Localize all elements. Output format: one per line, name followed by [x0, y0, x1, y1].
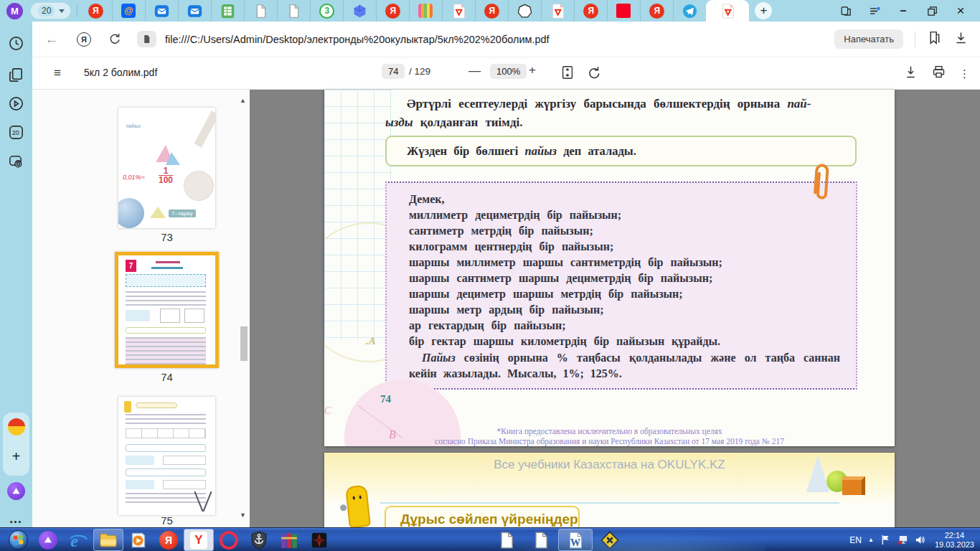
pdf-filename: 5кл 2 болим.pdf	[84, 67, 157, 78]
taskbar-clock[interactable]: 22:14 19.03.2023	[932, 531, 974, 550]
page-number-input[interactable]: 74	[382, 64, 405, 79]
language-indicator[interactable]: EN	[849, 535, 862, 545]
cuboid-decor	[842, 476, 865, 495]
stripes-icon	[418, 4, 433, 19]
alice-icon[interactable]	[7, 482, 25, 500]
documents-icon[interactable]	[7, 66, 25, 84]
browser-tab[interactable]: 3	[310, 0, 343, 22]
close-button[interactable]: ×	[954, 4, 967, 17]
yandex-icon: Я	[484, 4, 499, 19]
taskbar-compassgame-icon[interactable]	[304, 529, 334, 551]
browser-tab[interactable]: Я	[376, 0, 409, 22]
taskbar-hazard-icon[interactable]	[593, 529, 627, 551]
zoom-level[interactable]: 100%	[490, 64, 527, 79]
envelope-icon	[187, 4, 202, 19]
browser-tab[interactable]	[541, 0, 574, 22]
taskbar-warships-icon[interactable]	[244, 529, 274, 551]
tabs-panel-icon[interactable]: 20	[7, 123, 25, 141]
pdf-menu-icon[interactable]: ≡	[54, 66, 61, 80]
new-tab-button[interactable]: +	[755, 2, 772, 19]
collections-icon[interactable]	[927, 30, 942, 48]
screenshot-icon[interactable]	[7, 153, 25, 171]
restore-button[interactable]	[925, 4, 938, 17]
pdf-download-icon[interactable]	[903, 65, 918, 83]
browser-tab[interactable]: Я	[574, 0, 607, 22]
taskbar-alice-icon[interactable]	[33, 529, 63, 551]
pdf-more-icon[interactable]: ⋮	[959, 67, 970, 80]
volume-icon[interactable]	[915, 534, 925, 545]
video-icon[interactable]	[7, 95, 25, 113]
tab-counter[interactable]: 20	[30, 2, 71, 19]
zoom-in-button[interactable]: +	[529, 63, 536, 77]
minimize-button[interactable]: –	[897, 4, 910, 17]
svg-text:20: 20	[12, 129, 19, 136]
taskbar-winrar-icon[interactable]	[274, 529, 304, 551]
browser-tab[interactable]	[673, 0, 706, 22]
network-error-icon[interactable]	[897, 534, 908, 545]
browser-tab[interactable]	[343, 0, 376, 22]
browser-tab[interactable]: @	[112, 0, 145, 22]
browser-tab[interactable]	[607, 0, 640, 22]
back-button[interactable]: ←	[42, 30, 61, 49]
taskbar-word-icon[interactable]: W	[558, 529, 593, 551]
pdf-icon	[451, 4, 466, 19]
protractor-decor	[184, 171, 214, 201]
taskbar-start-icon[interactable]	[3, 529, 33, 551]
yandex-home-icon[interactable]: Я	[77, 32, 91, 47]
divider	[915, 32, 915, 47]
mini-pinkbox	[126, 337, 206, 366]
history-icon[interactable]	[7, 34, 25, 52]
mini-heading	[136, 402, 177, 408]
scroll-up-arrow[interactable]: ▲	[240, 97, 246, 104]
thumbnail-page-73[interactable]: пайыз 0,01%≈ 1 100 % 7–тарау	[118, 108, 215, 228]
browser-tab[interactable]: Я	[79, 0, 112, 22]
browser-tab[interactable]	[409, 0, 442, 22]
taskbar-opera-icon[interactable]	[214, 529, 244, 551]
rule-box-line: бір гектар шаршы километрдің бір пайызын…	[409, 334, 840, 349]
rule-box-line: шаршы сантиметр шаршы дециметрдің бір па…	[409, 270, 840, 286]
taskbar-notepad-icon[interactable]	[489, 529, 524, 551]
ruler-decor	[194, 110, 215, 148]
fit-page-icon[interactable]	[560, 65, 575, 83]
tray-expand-icon[interactable]: ▲	[868, 537, 874, 543]
print-page-button[interactable]: Напечатать	[834, 29, 903, 49]
reload-button[interactable]	[105, 30, 124, 49]
taskbar-wmp-icon[interactable]	[123, 529, 154, 551]
taskbar-explorer-icon[interactable]	[93, 529, 123, 551]
thumbnail-page-75[interactable]	[118, 397, 215, 515]
scrollbar-thumb[interactable]	[240, 326, 248, 361]
browser-tab[interactable]	[277, 0, 310, 22]
browser-tab[interactable]: Я	[640, 0, 673, 22]
pdf-print-icon[interactable]	[931, 65, 946, 83]
taskbar-yandexbrowser-icon[interactable]: Я	[154, 529, 184, 551]
mini-table	[126, 428, 206, 438]
browser-tab[interactable]	[178, 0, 211, 22]
browser-tab[interactable]	[145, 0, 178, 22]
yandex-icon: Я	[583, 4, 598, 19]
taskbar-yandexy-icon[interactable]: Y	[184, 529, 214, 551]
browser-tab[interactable]	[508, 0, 541, 22]
side-panels-icon[interactable]	[839, 4, 852, 17]
browser-tab[interactable]	[442, 0, 475, 22]
mailru-icon: @	[121, 4, 136, 19]
taskbar-notepad-icon[interactable]	[524, 529, 558, 551]
browser-menu-icon[interactable]	[868, 4, 881, 17]
browser-tab[interactable]: Я	[475, 0, 508, 22]
browser-tab[interactable]	[211, 0, 244, 22]
rotate-icon[interactable]	[586, 65, 602, 83]
browser-tab[interactable]	[244, 0, 277, 22]
scroll-down-arrow[interactable]: ▼	[240, 512, 246, 519]
yandex-mail-icon[interactable]	[7, 418, 25, 435]
zoom-out-button[interactable]: —	[468, 64, 481, 78]
url-field[interactable]: file:///C:/Users/Admin/Desktop/электронд…	[165, 34, 550, 45]
browser-tab-active[interactable]	[706, 0, 749, 22]
thumbnail-page-74-selected[interactable]: 7	[115, 252, 219, 368]
kite-decor	[166, 152, 180, 165]
file-icon[interactable]	[137, 31, 156, 47]
action-center-flag-icon[interactable]	[880, 534, 891, 545]
profile-avatar[interactable]: M	[6, 3, 23, 19]
thumb-title: пайыз	[126, 123, 141, 128]
add-panel-icon[interactable]: +	[7, 448, 25, 466]
downloads-icon[interactable]	[953, 30, 969, 48]
taskbar-ie-icon[interactable]: e	[63, 529, 93, 551]
